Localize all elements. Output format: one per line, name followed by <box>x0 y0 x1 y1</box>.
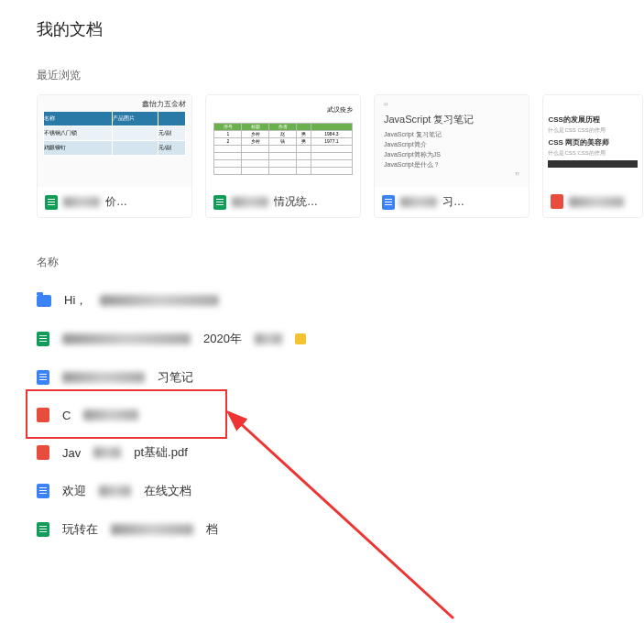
recent-label: 最近浏览 <box>37 68 607 83</box>
page-title: 我的文档 <box>37 18 607 40</box>
folder-icon <box>37 295 51 307</box>
thumb-sheet: 武汉疫乡 序号标题作者 1乡村赵男1984.3 2乡村钱男1977.1 <box>206 95 360 187</box>
thumb-css: CSS的发展历程 什么是CSS CSS的作用 CSS 网页的美容师 什么是CSS… <box>543 95 642 187</box>
list-row-doc-2[interactable]: 欢迎在线文档 <box>37 472 607 510</box>
name-column-label: 名称 <box>37 255 607 270</box>
list-row-pdf-1[interactable]: C <box>37 397 607 433</box>
pdf-icon <box>551 194 563 209</box>
thumb-doc: “ JavaScript 复习笔记 JavaScript 复习笔记 JavaSc… <box>375 95 529 187</box>
card-label-4 <box>543 187 642 216</box>
card-label-3: 习… <box>375 187 529 217</box>
doc-icon <box>382 195 395 210</box>
sheet-icon <box>45 195 58 210</box>
thumb-presentation: 鑫怡力五金材 名称产品图片不锈钢八门锁元/副鸡眼铆钉元/副 <box>38 95 191 187</box>
list-row-sheet-2[interactable]: 玩转在档 <box>37 510 607 549</box>
list-row-pdf-2[interactable]: Javpt基础.pdf <box>37 433 607 472</box>
sheet-icon <box>37 332 49 346</box>
recent-card-2[interactable]: 武汉疫乡 序号标题作者 1乡村赵男1984.3 2乡村钱男1977.1 情况统… <box>205 94 361 218</box>
doc-icon <box>37 370 49 385</box>
card-label-1: 价… <box>38 187 191 217</box>
file-list: Hi， 2020年 习笔记 C Javpt基础.pdf 欢迎在线文档 玩转在档 <box>37 281 607 549</box>
recent-card-1[interactable]: 鑫怡力五金材 名称产品图片不锈钢八门锁元/副鸡眼铆钉元/副 价… <box>37 94 192 218</box>
list-row-doc-highlighted[interactable]: 习笔记 <box>37 358 607 397</box>
pdf-icon <box>37 445 49 460</box>
recent-card-3[interactable]: “ JavaScript 复习笔记 JavaScript 复习笔记 JavaSc… <box>374 94 529 218</box>
card-label-2: 情况统… <box>206 187 360 217</box>
recent-cards: 鑫怡力五金材 名称产品图片不锈钢八门锁元/副鸡眼铆钉元/副 价… 武汉疫乡 序号… <box>37 94 607 218</box>
star-icon <box>295 333 306 344</box>
list-row-folder[interactable]: Hi， <box>37 281 607 320</box>
doc-icon <box>37 484 49 498</box>
recent-card-4[interactable]: CSS的发展历程 什么是CSS CSS的作用 CSS 网页的美容师 什么是CSS… <box>542 94 643 218</box>
sheet-icon <box>213 195 226 210</box>
list-row-sheet[interactable]: 2020年 <box>37 320 607 358</box>
sheet-icon <box>37 522 49 537</box>
pdf-icon <box>37 408 49 422</box>
